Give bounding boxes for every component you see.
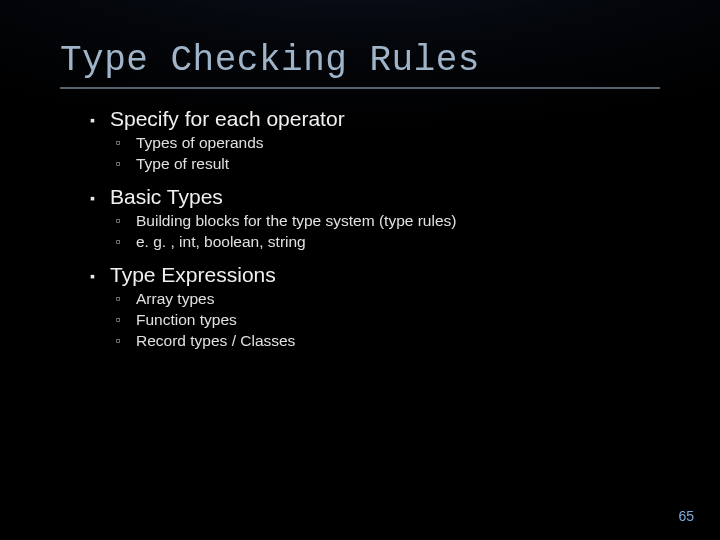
sub-bullet: Type of result	[116, 154, 720, 175]
sub-bullet: e. g. , int, boolean, string	[116, 232, 720, 253]
slide-title: Type Checking Rules	[60, 40, 720, 81]
sub-bullet: Record types / Classes	[116, 331, 720, 352]
page-number: 65	[678, 508, 694, 524]
slide-content: Specify for each operator Types of opera…	[90, 107, 720, 351]
sub-bullet: Types of operands	[116, 133, 720, 154]
sub-bullet: Function types	[116, 310, 720, 331]
sub-bullet: Building blocks for the type system (typ…	[116, 211, 720, 232]
title-underline	[60, 87, 660, 89]
slide: Type Checking Rules Specify for each ope…	[0, 0, 720, 540]
bullet-3: Type Expressions	[90, 263, 720, 287]
bullet-1: Specify for each operator	[90, 107, 720, 131]
sub-bullet: Array types	[116, 289, 720, 310]
bullet-2: Basic Types	[90, 185, 720, 209]
